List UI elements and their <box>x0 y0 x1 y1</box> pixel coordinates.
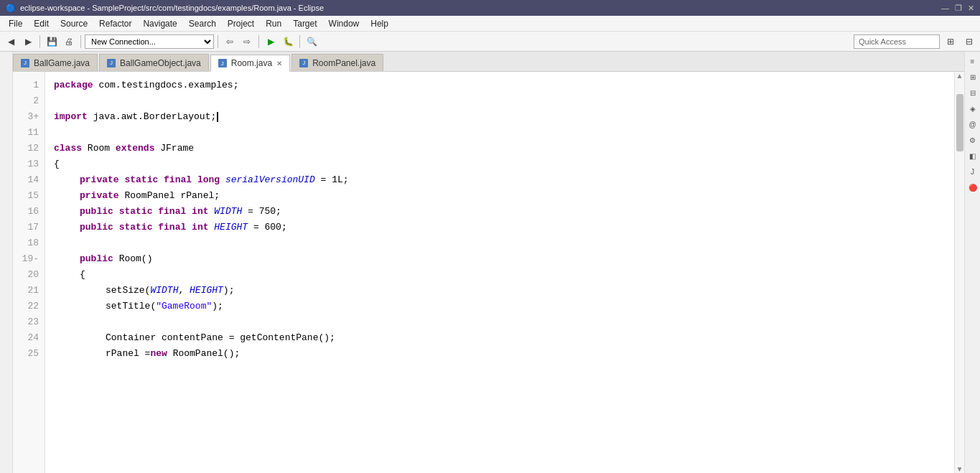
editor-wrapper: J BallGame.java J BallGameObject.java J … <box>13 52 964 473</box>
minimize-btn[interactable]: — <box>941 4 949 13</box>
sidebar-btn-3[interactable]: ⊟ <box>966 86 979 99</box>
scrollbar[interactable]: ▲ ▼ <box>954 72 964 473</box>
ref-height: HEIGHT <box>190 283 223 299</box>
scroll-down-btn[interactable]: ▼ <box>956 465 963 473</box>
toolbar-perspective[interactable]: ⊞ <box>943 34 958 50</box>
kw-package: package <box>54 78 93 93</box>
scrollbar-thumb[interactable] <box>956 94 963 151</box>
menu-bar: File Edit Source Refactor Navigate Searc… <box>0 16 980 32</box>
kw-class: class <box>54 141 82 156</box>
string-gameroom: "GameRoom" <box>156 299 212 314</box>
sidebar-btn-5[interactable]: @ <box>966 118 979 131</box>
tab-icon-room: J <box>218 59 227 67</box>
left-gutter <box>0 52 13 473</box>
tab-close-room[interactable]: ✕ <box>276 60 282 67</box>
toolbar-search[interactable]: 🔍 <box>304 34 319 50</box>
tab-roompanel[interactable]: J RoomPanel.java <box>291 54 383 71</box>
kw-int-16: int <box>192 204 208 220</box>
ln-2: 2 <box>13 93 39 109</box>
ln-25: 25 <box>13 346 39 362</box>
toolbar-nav2[interactable]: ⇨ <box>239 34 255 50</box>
menu-project[interactable]: Project <box>222 17 260 30</box>
title-bar: 🔵 eclipse-workspace - SampleProject/src/… <box>0 0 980 16</box>
sidebar-btn-1[interactable]: ≡ <box>966 55 979 67</box>
tab-label-ballgameobject: BallGameObject.java <box>120 58 201 68</box>
title-bar-controls[interactable]: — ❐ ✕ <box>941 4 974 13</box>
menu-help[interactable]: Help <box>365 17 394 30</box>
code-content[interactable]: package com.testingdocs.examples; import… <box>45 72 954 473</box>
tab-bar: J BallGame.java J BallGameObject.java J … <box>13 52 964 72</box>
toolbar-run[interactable]: ▶ <box>263 34 279 50</box>
tab-room[interactable]: J Room.java ✕ <box>210 55 290 72</box>
kw-new: new <box>150 346 167 362</box>
ref-width: WIDTH <box>150 283 178 299</box>
sidebar-btn-2[interactable]: ⊞ <box>966 70 979 83</box>
kw-int-17: int <box>192 220 208 235</box>
code-line-2 <box>54 93 954 109</box>
cursor <box>217 112 218 122</box>
kw-static-14: static <box>124 172 158 188</box>
menu-target[interactable]: Target <box>287 17 322 30</box>
toolbar-debug[interactable]: 🐛 <box>280 34 296 50</box>
menu-edit[interactable]: Edit <box>28 17 55 30</box>
sidebar-btn-6[interactable]: ⚙ <box>966 134 979 146</box>
tab-ballgame[interactable]: J BallGame.java <box>13 54 98 71</box>
code-line-15: private RoomPanel rPanel; <box>54 188 954 204</box>
kw-public-16: public <box>80 204 113 220</box>
ln-18: 18 <box>13 235 39 251</box>
field-height: HEIGHT <box>214 220 248 235</box>
sep2 <box>80 35 81 48</box>
title-text: eclipse-workspace - SampleProject/src/co… <box>20 4 324 12</box>
sep5 <box>299 35 300 48</box>
toolbar-save[interactable]: 💾 <box>44 34 60 50</box>
tab-ballgameobject[interactable]: J BallGameObject.java <box>99 54 209 71</box>
kw-static-17: static <box>119 220 153 235</box>
tab-label-roompanel: RoomPanel.java <box>312 58 375 68</box>
toolbar-print[interactable]: 🖨 <box>61 34 77 50</box>
menu-navigate[interactable]: Navigate <box>137 17 182 30</box>
menu-refactor[interactable]: Refactor <box>93 17 137 30</box>
maximize-btn[interactable]: ❐ <box>955 4 962 13</box>
code-line-1: package com.testingdocs.examples; <box>54 78 954 93</box>
ln-3: 3+ <box>13 109 39 125</box>
ln-15: 15 <box>13 188 39 204</box>
code-line-19: public Room() <box>54 251 954 267</box>
ln-11: 11 <box>13 125 39 141</box>
kw-long: long <box>197 172 220 188</box>
sidebar-btn-7[interactable]: ◧ <box>966 149 979 162</box>
ln-1: 1 <box>13 78 39 93</box>
code-line-24: Container contentPane = getContentPane()… <box>54 330 954 346</box>
toolbar-back[interactable]: ◀ <box>3 34 19 50</box>
ln-24: 24 <box>13 330 39 346</box>
tab-icon-ballgame: J <box>21 59 29 67</box>
code-line-16: public static final int WIDTH = 750; <box>54 204 954 220</box>
ln-13: 13 <box>13 156 39 172</box>
menu-run[interactable]: Run <box>260 17 287 30</box>
code-line-18 <box>54 235 954 251</box>
menu-window[interactable]: Window <box>323 17 365 30</box>
ln-14: 14 <box>13 172 39 188</box>
close-btn[interactable]: ✕ <box>968 4 974 13</box>
sidebar-btn-8[interactable]: J <box>966 165 979 178</box>
right-sidebar: ≡ ⊞ ⊟ ◈ @ ⚙ ◧ J 🔴 <box>964 52 980 473</box>
menu-file[interactable]: File <box>3 17 28 30</box>
code-line-14: private static final long serialVersionU… <box>54 172 954 188</box>
ln-17: 17 <box>13 220 39 235</box>
sidebar-btn-4[interactable]: ◈ <box>966 102 979 115</box>
menu-search[interactable]: Search <box>183 17 222 30</box>
quick-access-area: Quick Access ⊞ ⊟ <box>854 34 977 50</box>
toolbar-forward[interactable]: ▶ <box>20 34 36 50</box>
sidebar-btn-9[interactable]: 🔴 <box>966 181 979 194</box>
new-connection-dropdown[interactable]: New Connection... <box>85 34 214 49</box>
tab-icon-roompanel: J <box>299 59 308 67</box>
scroll-up-btn[interactable]: ▲ <box>956 72 963 80</box>
quick-access-input[interactable]: Quick Access <box>854 34 940 49</box>
title-bar-left: 🔵 eclipse-workspace - SampleProject/src/… <box>6 4 324 13</box>
menu-source[interactable]: Source <box>55 17 93 30</box>
kw-private-15: private <box>80 188 119 204</box>
code-line-13: { <box>54 156 954 172</box>
toolbar-views[interactable]: ⊟ <box>961 34 977 50</box>
ln-16: 16 <box>13 204 39 220</box>
ln-12: 12 <box>13 141 39 156</box>
toolbar-nav1[interactable]: ⇦ <box>222 34 238 50</box>
